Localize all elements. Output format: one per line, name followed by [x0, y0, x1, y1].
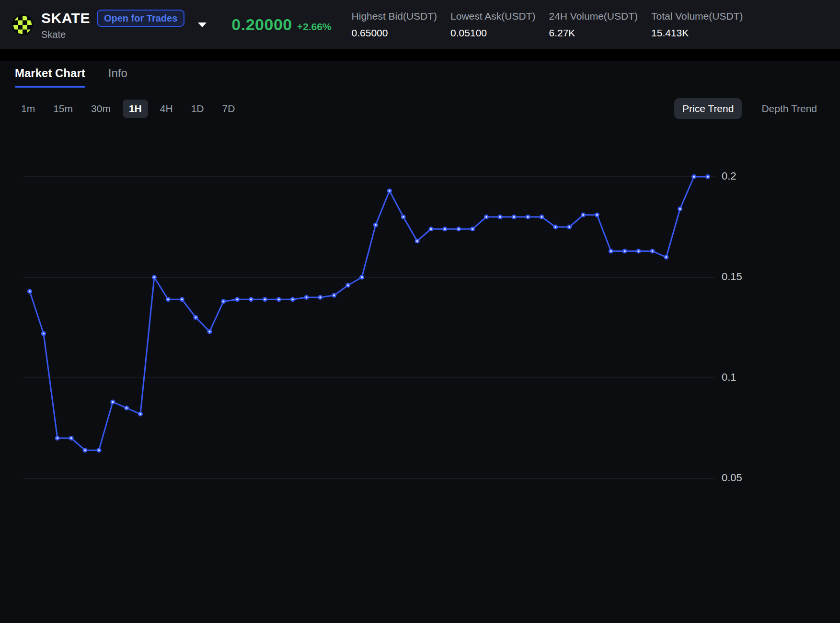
timeframe-15m[interactable]: 15m	[47, 100, 79, 118]
stat-value: 6.27K	[549, 27, 638, 39]
stat-label: Lowest Ask(USDT)	[450, 11, 535, 22]
stat-label: Highest Bid(USDT)	[352, 11, 437, 22]
stat-value: 15.413K	[651, 27, 743, 39]
trend-toggle: Price Trend Depth Trend	[674, 98, 825, 119]
price-trend-button[interactable]: Price Trend	[674, 98, 742, 119]
stat-highest-bid: Highest Bid(USDT) 0.65000	[352, 11, 437, 39]
token-symbol: SKATE	[41, 10, 90, 26]
timeframe-30m[interactable]: 30m	[85, 100, 117, 118]
stat-24h-volume: 24H Volume(USDT) 6.27K	[549, 11, 638, 39]
price-line-markers	[27, 174, 710, 453]
tab-market-chart[interactable]: Market Chart	[15, 67, 85, 88]
stat-label: 24H Volume(USDT)	[549, 11, 638, 22]
timeframe-7d[interactable]: 7D	[216, 100, 241, 118]
timeframe-1d[interactable]: 1D	[185, 100, 210, 118]
stat-lowest-ask: Lowest Ask(USDT) 0.05100	[450, 11, 535, 39]
stat-value: 0.05100	[450, 27, 535, 39]
y-tick-label: 0.15	[722, 271, 742, 283]
y-tick-label: 0.2	[722, 170, 736, 182]
stat-total-volume: Total Volume(USDT) 15.413K	[651, 11, 743, 39]
timeframe-4h[interactable]: 4H	[154, 100, 179, 118]
price-chart: 0.20.150.10.05	[0, 121, 840, 571]
y-tick-label: 0.05	[722, 472, 742, 484]
price-change-percent: +2.66%	[297, 21, 332, 33]
stat-label: Total Volume(USDT)	[651, 11, 743, 22]
market-chart-panel: Market Chart Info 1m 15m 30m 1H 4H 1D 7D…	[0, 61, 840, 623]
topbar: SKATE Open for Trades Skate 0.20000 +2.6…	[0, 0, 840, 49]
y-tick-label: 0.1	[722, 371, 736, 383]
price-block: 0.20000 +2.66%	[231, 15, 331, 34]
market-stats: Highest Bid(USDT) 0.65000 Lowest Ask(USD…	[352, 11, 743, 39]
section-tabs: Market Chart Info	[0, 67, 840, 88]
price-line-chart[interactable]: 0.20.150.10.05	[0, 121, 840, 571]
y-axis-labels: 0.20.150.10.05	[722, 170, 742, 484]
skate-logo-icon	[12, 14, 34, 36]
token-name: Skate	[41, 29, 184, 40]
status-badge: Open for Trades	[97, 10, 184, 27]
chart-controls: 1m 15m 30m 1H 4H 1D 7D Price Trend Depth…	[0, 98, 840, 119]
price-line	[30, 177, 708, 450]
stat-value: 0.65000	[352, 27, 437, 39]
last-price: 0.20000	[231, 15, 292, 34]
timeframe-1h[interactable]: 1H	[123, 100, 148, 118]
depth-trend-button[interactable]: Depth Trend	[753, 98, 825, 119]
timeframe-1m[interactable]: 1m	[15, 100, 41, 118]
pair-dropdown-caret-icon[interactable]	[198, 23, 207, 27]
tab-info[interactable]: Info	[108, 67, 127, 88]
chart-gridlines	[23, 177, 715, 478]
pair-title-block: SKATE Open for Trades Skate	[41, 10, 184, 40]
